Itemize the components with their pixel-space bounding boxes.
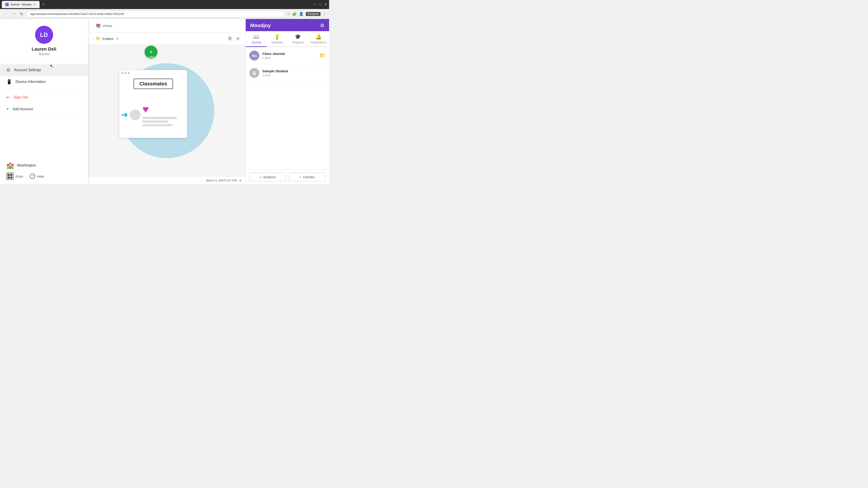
incognito-badge: Incognito [306,12,320,16]
progress-tab-icon: 🎓 [295,34,301,40]
activities-tab-label: Activities [271,41,283,44]
list-item[interactable]: Mo Class Journal 1 post 📁 [246,47,329,64]
list-item[interactable]: Sample Student 1 post [246,64,329,82]
families-button[interactable]: + Families [289,173,326,182]
scan-button[interactable]: Scan [6,173,23,180]
menu-item-account-settings[interactable]: ⚙ Account Settings [0,64,88,76]
school-name: Washington [17,163,36,167]
grid-view-button[interactable]: ⊞ [235,35,241,42]
user-section: LD Lauren Deli Teacher [0,19,88,60]
main-layout: LD Lauren Deli Teacher ⚙ Account Setting… [0,19,329,184]
heart-icon: ♥ [143,103,185,116]
journal-item-title: Sample Student [262,69,326,73]
center-content: 📚 Library › 📁 Folders ▾ ☰ ⊞ [88,19,246,184]
status-bar: March 4, 2024 5:47 PM ▾ [88,176,246,184]
journal-info: Class Journal 1 post [262,52,319,59]
menu-icon[interactable]: ⋮ [323,12,327,16]
progress-tab-label: Progress [292,41,304,44]
library-button[interactable]: 📚 Library [93,22,116,30]
classmates-card: Classmates ➜ ♥ [119,70,187,138]
bookmark-icon[interactable]: ☆ [287,12,290,16]
left-panel-bottom: 🏫 Washington Scan ? Help [0,157,88,184]
tab-notifications[interactable]: 🔔 Notifications [308,31,329,46]
activities-tab-icon: 💡 [274,34,280,40]
right-header: Moodjoy ⚙ [246,19,329,31]
folders-label: Folders [102,37,114,41]
tab-activities[interactable]: 💡 Activities [267,31,287,46]
status-timestamp: March 4, 2024 5:47 PM [206,179,237,182]
journal-list: Mo Class Journal 1 post 📁 Sample Student… [246,47,329,170]
help-icon: ? [30,173,35,179]
tab-progress[interactable]: 🎓 Progress [287,31,308,46]
left-panel: LD Lauren Deli Teacher ⚙ Account Setting… [0,19,88,184]
tab-close-button[interactable]: ✕ [33,3,36,6]
right-panel: Moodjoy ⚙ 📖 Journal 💡 Activities 🎓 Progr… [246,19,329,184]
avatar [249,68,259,78]
main-illustration: Classmates ➜ ♥ [88,45,246,176]
menu-item-add-account[interactable]: + Add Account [0,103,88,115]
profile-placeholder [130,109,141,120]
tab-favicon: S [5,3,8,6]
browser-chrome: S Journal - Seesaw ✕ + ─ □ ✕ [0,0,329,9]
extensions-icon[interactable]: 🧩 [292,12,297,16]
menu-divider-3 [0,117,88,117]
folder-icon: 📁 [96,36,101,41]
tab-journal[interactable]: 📖 Journal [246,31,267,47]
illustration-circle: Classmates ➜ ♥ [119,63,214,158]
journal-tab-icon: 📖 [253,34,259,40]
forward-button[interactable]: → [11,11,17,17]
arrow-icon: ➜ [121,110,128,120]
back-button[interactable]: ← [3,11,8,17]
avatar: LD [35,26,53,44]
chevron-down-icon[interactable]: ▾ [116,37,118,41]
add-account-label: Add Account [13,107,33,111]
add-icon: + [6,106,9,111]
add-label: Add [149,55,154,59]
address-bar[interactable]: app.seesaw.me/#/class/class.e01bf4c2-9a2… [26,11,285,18]
chevron-icon: › [93,37,94,41]
minimize-button[interactable]: ─ [313,2,316,7]
active-tab[interactable]: S Journal - Seesaw ✕ [2,1,39,8]
menu-item-device-information[interactable]: 📱 Device Information [0,76,88,88]
journal-tab-label: Journal [251,41,261,44]
settings-icon[interactable]: ⚙ [320,23,324,29]
reload-button[interactable]: ↻ [19,11,24,18]
profile-icon[interactable]: 👤 [299,12,304,16]
students-label: Students [264,175,276,179]
journal-item-subtitle: 1 post [262,56,319,59]
school-section: 🏫 Washington [6,162,82,169]
tab-bar: S Journal - Seesaw ✕ + [2,1,311,8]
signout-icon: ↩ [6,95,10,100]
status-dropdown-icon[interactable]: ▾ [239,179,241,182]
notifications-tab-label: Notifications [311,41,327,44]
help-label: Help [37,174,44,178]
address-bar-row: ← → ↻ app.seesaw.me/#/class/class.e01bf4… [0,9,329,19]
bottom-actions: Scan ? Help [6,173,82,180]
list-view-button[interactable]: ☰ [227,35,233,42]
maximize-button[interactable]: □ [319,2,321,7]
students-button[interactable]: + Students [249,173,286,182]
classmates-title: Classmates [133,78,173,89]
scan-label: Scan [16,174,23,178]
sign-out-label: Sign Out [14,95,28,99]
notifications-tab-icon: 🔔 [315,34,322,40]
close-button[interactable]: ✕ [324,2,327,7]
menu-divider [0,62,88,62]
right-tabs: 📖 Journal 💡 Activities 🎓 Progress 🔔 Noti… [246,31,329,47]
svg-point-0 [253,71,255,73]
library-icon: 📚 [96,23,101,28]
right-footer: + Students + Families [246,170,329,184]
folders-bar: › 📁 Folders ▾ ☰ ⊞ [88,33,246,45]
journal-item-title: Class Journal [262,52,319,56]
help-button[interactable]: ? Help [30,173,44,179]
account-settings-label: Account Settings [14,68,41,72]
view-toggle: ☰ ⊞ [227,35,241,42]
new-tab-button[interactable]: + [40,2,46,7]
families-label: Families [303,175,315,179]
avatar: Mo [249,51,259,61]
center-toolbar: 📚 Library [88,19,246,33]
device-icon: 📱 [6,79,12,85]
journal-item-subtitle: 1 post [262,73,326,77]
school-icon: 🏫 [6,162,14,169]
menu-item-sign-out[interactable]: ↩ Sign Out [0,92,88,103]
